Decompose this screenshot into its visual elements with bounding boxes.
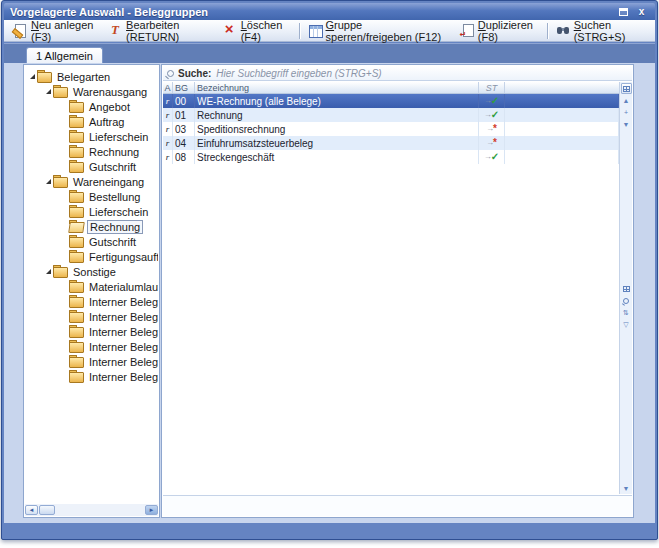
search-label: Suche: bbox=[178, 68, 211, 79]
table-row-bg-00[interactable]: r 00 WE-Rechnung (alle Belege) → ✓ bbox=[163, 94, 619, 108]
tree-item-warenausgang[interactable]: Warenausgang bbox=[25, 84, 158, 99]
scroll-left-icon[interactable]: ◄ bbox=[25, 505, 38, 515]
tree-item-label: Warenausgang bbox=[71, 86, 149, 98]
tree-item-interner-beleg-4-pps[interactable]: Interner Beleg 4 (PPS) bbox=[25, 354, 158, 369]
tree: Belegarten Warenausgang Angebot Auftrag … bbox=[25, 66, 158, 503]
collapse-icon[interactable]: ▽ bbox=[621, 319, 632, 330]
tree-expander-icon[interactable] bbox=[43, 89, 53, 94]
tree-item-angebot[interactable]: Angebot bbox=[25, 99, 158, 114]
row-nav-plus-icon[interactable]: + bbox=[621, 107, 632, 118]
tree-horizontal-scrollbar[interactable]: ◄ ► bbox=[25, 504, 158, 516]
window-title: Vorgelagerte Auswahl - Beleggruppen bbox=[10, 6, 613, 18]
toolbar-button-bearbeiten-return[interactable]: Bearbeiten (RETURN) bbox=[103, 22, 218, 40]
column-header-bezeichnung[interactable]: Bezeichnung bbox=[195, 82, 479, 93]
status-released-icon: ✓ bbox=[491, 96, 499, 106]
scroll-anchor-icon[interactable]: ▼ bbox=[621, 119, 632, 130]
tree-item-label: Bestellung bbox=[87, 191, 142, 203]
folder-icon bbox=[69, 252, 83, 262]
close-button[interactable]: x bbox=[634, 5, 649, 18]
tree-item-interner-beleg-1-pps[interactable]: Interner Beleg 1 (PPS) bbox=[25, 309, 158, 324]
scrollbar-thumb[interactable] bbox=[39, 505, 55, 515]
table-row-bg-04[interactable]: r 04 Einfuhrumsatzsteuerbeleg → * bbox=[163, 136, 619, 150]
cell-st: → * bbox=[479, 136, 505, 150]
scroll-down-icon[interactable]: ▼ bbox=[621, 483, 632, 494]
tree-item-interner-beleg-3-pps[interactable]: Interner Beleg 3 (PPS) bbox=[25, 339, 158, 354]
toolbar-button-neu-anlegen-f3[interactable]: Neu anlegen (F3) bbox=[8, 22, 103, 40]
cell-bg: 03 bbox=[173, 122, 195, 136]
tree-item-auftrag[interactable]: Auftrag bbox=[25, 114, 158, 129]
folder-icon bbox=[69, 162, 83, 172]
tree-item-label: Interner Beleg 2 (PPS) bbox=[87, 326, 158, 338]
search-input[interactable]: Hier Suchbegriff eingeben (STRG+S) bbox=[216, 68, 381, 79]
cell-st: → ✓ bbox=[479, 94, 505, 108]
tree-expander-icon[interactable] bbox=[43, 179, 53, 184]
scroll-top-icon[interactable]: ▲ bbox=[621, 95, 632, 106]
tree-item-lieferschein[interactable]: Lieferschein bbox=[25, 204, 158, 219]
tree-item-gutschrift[interactable]: Gutschrift bbox=[25, 234, 158, 249]
tree-item-interner-beleg[interactable]: Interner Beleg bbox=[25, 294, 158, 309]
tree-item-label: Interner Beleg 4 (PPS) bbox=[87, 356, 158, 368]
tree-item-belegarten[interactable]: Belegarten bbox=[25, 69, 158, 84]
tree-item-lieferschein[interactable]: Lieferschein bbox=[25, 129, 158, 144]
grid-search-row[interactable]: Suche: Hier Suchbegriff eingeben (STRG+S… bbox=[163, 66, 632, 81]
tree-item-label: Interner Beleg 5 (PPS) bbox=[87, 371, 158, 383]
tree-expander-icon[interactable] bbox=[43, 269, 53, 274]
tree-item-bestellung[interactable]: Bestellung bbox=[25, 189, 158, 204]
tree-item-label: Gutschrift bbox=[87, 161, 138, 173]
belegarten-tree-panel: Belegarten Warenausgang Angebot Auftrag … bbox=[23, 64, 160, 518]
grid-header-row[interactable]: A BG Bezeichnung ST bbox=[163, 82, 619, 94]
cell-bezeichnung: Einfuhrumsatzsteuerbeleg bbox=[195, 136, 479, 150]
delete-icon bbox=[223, 24, 237, 37]
grid-rows: r 00 WE-Rechnung (alle Belege) → ✓ r 01 … bbox=[163, 94, 619, 164]
scroll-right-icon[interactable]: ► bbox=[145, 505, 158, 515]
restore-button[interactable] bbox=[616, 5, 631, 18]
restore-icon bbox=[619, 8, 628, 16]
tree-item-label: Rechnung bbox=[87, 146, 141, 158]
sort-icon[interactable]: ⇅ bbox=[621, 307, 632, 318]
column-header-bg[interactable]: BG bbox=[173, 82, 195, 93]
folder-icon bbox=[69, 282, 83, 292]
cell-filler bbox=[505, 136, 619, 150]
folder-icon bbox=[53, 87, 67, 97]
tree-item-wareneingang[interactable]: Wareneingang bbox=[25, 174, 158, 189]
tree-item-label: Angebot bbox=[87, 101, 132, 113]
find-icon[interactable] bbox=[621, 295, 632, 306]
tree-item-sonstige[interactable]: Sonstige bbox=[25, 264, 158, 279]
toolbar-button-suchen-strg-s[interactable]: Suchen (STRG+S) bbox=[551, 22, 651, 40]
cell-a: r bbox=[163, 150, 173, 164]
toolbar-button-gruppe-sperren-freigeben-f12[interactable]: Gruppe sperren/freigeben (F12) bbox=[303, 22, 455, 40]
title-bar[interactable]: Vorgelagerte Auswahl - Beleggruppen x bbox=[4, 3, 655, 20]
tree-item-label: Interner Beleg 3 (PPS) bbox=[87, 341, 158, 353]
tree-item-fertigungsauftrag-pps[interactable]: Fertigungsauftrag (PPS) bbox=[25, 249, 158, 264]
grid-footer-area bbox=[163, 495, 632, 516]
column-header-a[interactable]: A bbox=[163, 82, 173, 93]
tab-allgemein[interactable]: 1 Allgemein bbox=[26, 47, 103, 63]
folder-icon bbox=[69, 222, 83, 232]
table-row-bg-01[interactable]: r 01 Rechnung → ✓ bbox=[163, 108, 619, 122]
tree-item-label: Lieferschein bbox=[87, 131, 150, 143]
tree-item-interner-beleg-2-pps[interactable]: Interner Beleg 2 (PPS) bbox=[25, 324, 158, 339]
columns-icon[interactable] bbox=[621, 283, 632, 294]
table-row-bg-03[interactable]: r 03 Speditionsrechnung → * bbox=[163, 122, 619, 136]
toolbar-button-l-schen-f4[interactable]: Löschen (F4) bbox=[218, 22, 296, 40]
folder-icon bbox=[69, 372, 83, 382]
tree-item-rechnung[interactable]: Rechnung bbox=[25, 219, 158, 234]
tree-item-label: Interner Beleg 1 (PPS) bbox=[87, 311, 158, 323]
folder-icon bbox=[69, 327, 83, 337]
tree-item-label: Interner Beleg bbox=[87, 296, 158, 308]
column-chooser-icon[interactable] bbox=[621, 83, 632, 94]
status-released-icon: ✓ bbox=[491, 110, 499, 120]
cell-a: r bbox=[163, 94, 173, 108]
tree-item-interner-beleg-5-pps[interactable]: Interner Beleg 5 (PPS) bbox=[25, 369, 158, 384]
tree-item-rechnung[interactable]: Rechnung bbox=[25, 144, 158, 159]
search-magnifier-icon bbox=[167, 70, 174, 77]
table-row-bg-08[interactable]: r 08 Streckengeschäft → ✓ bbox=[163, 150, 619, 164]
tree-item-gutschrift[interactable]: Gutschrift bbox=[25, 159, 158, 174]
grid-side-toolbar: ▲ + ▼ ⇅ ▽ ▼ bbox=[619, 82, 632, 494]
tree-item-materialumlauf-reparatur[interactable]: Materialumlauf/Reparatur bbox=[25, 279, 158, 294]
grid: A BG Bezeichnung ST r 00 WE-Rechnung (al… bbox=[163, 82, 619, 494]
column-header-st[interactable]: ST bbox=[479, 82, 505, 93]
toolbar-button-duplizieren-f8[interactable]: Duplizieren (F8) bbox=[455, 22, 544, 40]
new-document-icon bbox=[13, 24, 27, 37]
tree-expander-icon[interactable] bbox=[27, 74, 37, 79]
